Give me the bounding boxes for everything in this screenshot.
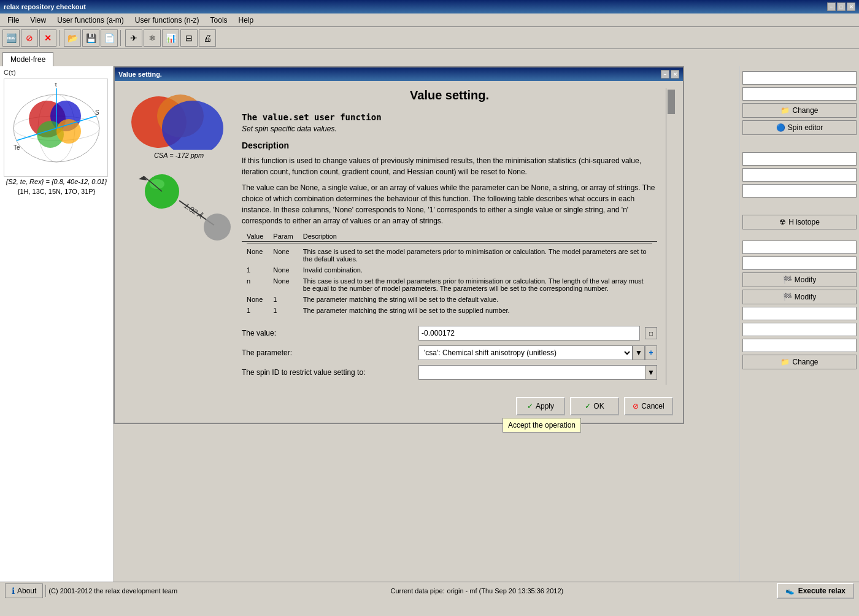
- stop-button[interactable]: ⊘: [21, 29, 38, 47]
- run-button[interactable]: ✈: [125, 29, 142, 47]
- cell-desc: Invalid combination.: [298, 264, 657, 275]
- table-row: None 1 The parameter matching the string…: [242, 294, 657, 305]
- function-title: The value.set user function: [242, 112, 657, 122]
- modify-icon-1: 🏁: [783, 275, 792, 284]
- spin-id-label: The spin ID to restrict value setting to…: [242, 368, 414, 377]
- save-button[interactable]: 💾: [82, 29, 99, 47]
- value-addon[interactable]: □: [645, 327, 657, 339]
- dialog-scrollbar[interactable]: [666, 88, 676, 385]
- cancel-button[interactable]: ⊘ Cancel: [624, 397, 673, 415]
- close-button[interactable]: ✕: [39, 29, 56, 47]
- col-desc: Description: [298, 231, 657, 242]
- col-value: Value: [242, 231, 268, 242]
- menu-help[interactable]: Help: [234, 15, 259, 26]
- spin-id-dropdown-btn[interactable]: ▼: [645, 365, 657, 380]
- molecule-svg: Te S τ: [4, 79, 108, 177]
- app-title: relax repository checkout: [4, 3, 86, 10]
- param-dropdown-btn[interactable]: ▼: [633, 345, 645, 360]
- export-button[interactable]: 📄: [101, 29, 118, 47]
- open-button[interactable]: 📂: [64, 29, 81, 47]
- tab-bar: Model-free: [0, 49, 859, 66]
- tab-model-free[interactable]: Model-free: [2, 52, 53, 66]
- right-input-2[interactable]: [742, 87, 857, 101]
- change-button-2[interactable]: 📁 Change: [742, 355, 857, 369]
- execute-relax-button[interactable]: 👟 Execute relax: [777, 583, 854, 599]
- spin-id-input-row: The spin ID to restrict value setting to…: [242, 365, 657, 380]
- svg-text:S: S: [95, 109, 99, 116]
- modify-button-2[interactable]: 🏁 Modify: [742, 290, 857, 304]
- param-add-btn[interactable]: +: [645, 345, 657, 360]
- right-input-4[interactable]: [742, 168, 857, 182]
- print-button[interactable]: 🖨: [199, 29, 216, 47]
- menu-file[interactable]: File: [2, 15, 24, 26]
- right-input-1[interactable]: [742, 71, 857, 85]
- cancel-icon: ⊘: [633, 402, 639, 410]
- dialog-minimize[interactable]: −: [661, 70, 669, 79]
- menu-tools[interactable]: Tools: [206, 15, 233, 26]
- col-param: Param: [268, 231, 298, 242]
- param-table: Value Param Description None None This c…: [242, 231, 657, 316]
- ok-button[interactable]: ✓ OK Accept the operation: [570, 397, 619, 415]
- status-bar: ℹ About (C) 2001-2012 the relax developm…: [0, 582, 859, 599]
- menu-user-nz[interactable]: User functions (n-z): [130, 15, 204, 26]
- value-label: The value:: [242, 329, 414, 337]
- dialog-main-content: Value setting. The value.set user functi…: [242, 88, 660, 385]
- csa-label: CSA = -172 ppm: [125, 152, 233, 159]
- right-input-6[interactable]: [742, 241, 857, 254]
- cell-desc: The parameter matching the string will b…: [298, 305, 657, 316]
- pipe-button[interactable]: ⊟: [180, 29, 198, 47]
- info-icon: ℹ: [12, 586, 15, 596]
- status-sep: [45, 585, 46, 597]
- about-button[interactable]: ℹ About: [5, 583, 43, 598]
- close-btn-win[interactable]: ✕: [847, 2, 855, 11]
- param-select[interactable]: 'csa': Chemical shift anisotropy (unitle…: [418, 345, 633, 360]
- svg-point-21: [204, 214, 231, 241]
- right-input-10[interactable]: [742, 339, 857, 352]
- sep1: [59, 30, 61, 46]
- svg-point-6: [56, 119, 81, 144]
- title-bar: relax repository checkout − □ ✕: [0, 0, 859, 13]
- description-title: Description: [242, 141, 657, 150]
- spin-editor-button[interactable]: 🔵 Spin editor: [742, 120, 857, 135]
- dialog-close[interactable]: ✕: [671, 70, 679, 79]
- cell-value: None: [242, 246, 268, 264]
- ctau-label: C(τ): [0, 66, 113, 79]
- right-input-3[interactable]: [742, 152, 857, 166]
- csa-image: CSA = -172 ppm: [125, 88, 233, 156]
- new-button[interactable]: 🆕: [2, 29, 20, 47]
- value-input[interactable]: [418, 326, 640, 341]
- cell-desc: This case is used to set the model param…: [298, 275, 657, 294]
- table-row: n None This case is used to set the mode…: [242, 275, 657, 294]
- maximize-btn[interactable]: □: [837, 2, 846, 11]
- right-input-8[interactable]: [742, 307, 857, 320]
- right-input-9[interactable]: [742, 323, 857, 336]
- ok-tooltip: Accept the operation: [503, 418, 581, 433]
- menu-view[interactable]: View: [25, 15, 51, 26]
- change-button-1[interactable]: 📁 Change: [742, 103, 857, 118]
- table-row: None None This case is used to set the m…: [242, 246, 657, 264]
- param-input-row: The parameter: 'csa': Chemical shift ani…: [242, 345, 657, 360]
- chart-button[interactable]: 📊: [162, 29, 179, 47]
- right-input-7[interactable]: [742, 256, 857, 270]
- h-isotope-icon: ☢: [779, 218, 786, 226]
- minimize-btn[interactable]: −: [827, 2, 836, 11]
- apply-checkmark-icon: ✓: [527, 402, 533, 410]
- bond-image: 1.02 Å: [125, 161, 233, 241]
- modify-label-1: Modify: [795, 275, 816, 284]
- change-label-2: Change: [792, 358, 818, 366]
- function-subtitle: Set spin specific data values.: [242, 125, 657, 133]
- right-input-5[interactable]: [742, 184, 857, 198]
- cell-desc: This case is used to set the model param…: [298, 246, 657, 264]
- modify-button-1[interactable]: 🏁 Modify: [742, 272, 857, 287]
- atom-button[interactable]: ⚛: [144, 29, 161, 47]
- dialog-buttons: ✓ Apply ✓ OK Accept the operation ⊘ Canc…: [115, 392, 683, 423]
- h-isotope-button[interactable]: ☢ H isotope: [742, 215, 857, 229]
- menu-user-am[interactable]: User functions (a-m): [52, 15, 129, 26]
- cell-param: None: [268, 264, 298, 275]
- cell-value: 1: [242, 305, 268, 316]
- menu-bar: File View User functions (a-m) User func…: [0, 13, 859, 27]
- spin-id-input[interactable]: [418, 365, 645, 380]
- apply-button[interactable]: ✓ Apply: [516, 397, 565, 415]
- cell-value: None: [242, 294, 268, 305]
- dialog-images: CSA = -172 ppm: [122, 88, 236, 385]
